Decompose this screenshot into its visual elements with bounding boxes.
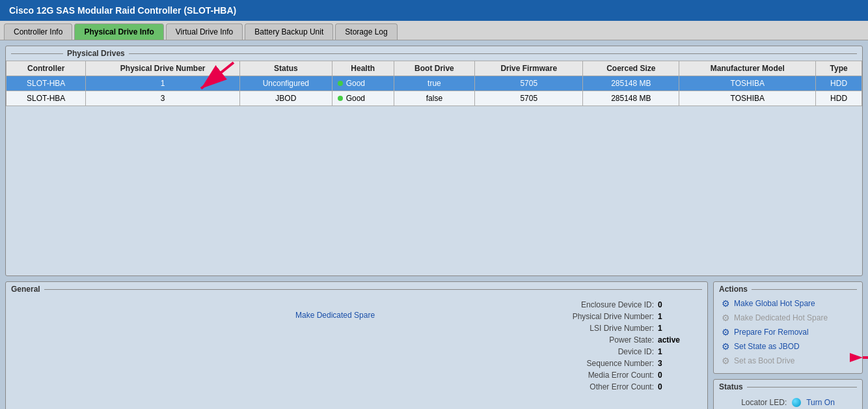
cell-type: HDD [816,76,862,91]
page-wrapper: Cisco 12G SAS Modular Raid Controller (S… [0,0,868,409]
col-manufacturer: Manufacturer Model [679,61,816,76]
turn-on-button[interactable]: Turn On [806,398,835,407]
cell-manufacturer: TOSHIBA [679,76,816,91]
tab-battery-backup-unit[interactable]: Battery Backup Unit [245,23,333,40]
col-coerced-size: Coerced Size [583,61,679,76]
make-dedicated-spare-label[interactable]: Make Dedicated Spare [295,311,375,320]
gear-icon: ⚙ [722,356,730,366]
field-row-enclosure: Enclosure Device ID: 0 [16,299,697,311]
col-boot-drive: Boot Drive [394,61,474,76]
actions-panel-title: Actions [714,282,862,296]
cell-coerced-size: 285148 MB [583,76,679,91]
cell-boot-drive: true [394,76,474,91]
physical-drives-section: Physical Drives Controller Physical Driv… [5,46,863,276]
col-firmware: Drive Firmware [475,61,583,76]
col-drive-number: Physical Drive Number [86,61,240,76]
cell-coerced-size: 285148 MB [583,91,679,106]
cell-firmware: 5705 [475,91,583,106]
title-bar: Cisco 12G SAS Modular Raid Controller (S… [0,0,868,21]
cell-health: Good [332,91,394,106]
led-dot-icon [792,398,801,407]
action-set-state-jbod[interactable]: ⚙ Set State as JBOD [714,339,862,354]
tab-controller-info[interactable]: Controller Info [4,23,72,40]
cell-drive-number: 3 [86,91,240,106]
action-make-dedicated-hot-spare: ⚙ Make Dedicated Hot Spare [714,311,862,325]
cell-status: Unconfigured [240,76,332,91]
cell-controller: SLOT-HBA [7,76,86,91]
cell-drive-number: 1 [86,76,240,91]
status-panel-title: Status [714,380,862,394]
field-row-lsi-drive: LSI Drive Number: 1 [16,322,697,334]
tab-bar: Controller Info Physical Drive Info Virt… [0,21,868,40]
action-set-boot-drive: ⚙ Set as Boot Drive [714,354,862,368]
cell-boot-drive: false [394,91,474,106]
gear-icon: ⚙ [722,298,730,309]
right-panels: Actions ⚙ Make Global Hot Spare ⚙ Make D… [713,281,863,409]
tab-virtual-drive-info[interactable]: Virtual Drive Info [166,23,243,40]
table-empty-space [6,106,862,275]
table-header-row: Controller Physical Drive Number Status … [7,61,862,76]
cell-type: HDD [816,91,862,106]
cell-health: Good [332,76,394,91]
cell-controller: SLOT-HBA [7,91,86,106]
gear-icon: ⚙ [722,341,730,352]
table-row[interactable]: SLOT-HBA 1 Unconfigured Good true 5705 2… [7,76,862,91]
tab-physical-drive-info[interactable]: Physical Drive Info [74,23,163,40]
bottom-section: General Enclosure Device ID: 0 Physical … [5,281,863,409]
page-title: Cisco 12G SAS Modular Raid Controller (S… [9,5,236,16]
field-row-power-state: Power State: active [16,334,697,346]
cell-manufacturer: TOSHIBA [679,91,816,106]
physical-drives-title: Physical Drives [6,46,862,61]
col-type: Type [816,61,862,76]
field-row-other-error: Other Error Count: 0 [16,381,697,393]
general-panel-title: General [6,282,707,296]
actions-panel: Actions ⚙ Make Global Hot Spare ⚙ Make D… [713,281,863,374]
main-content: Physical Drives Controller Physical Driv… [0,40,868,409]
col-health: Health [332,61,394,76]
field-row-device-id: Device ID: 1 [16,346,697,358]
field-row-media-error: Media Error Count: 0 [16,369,697,381]
action-prepare-for-removal[interactable]: ⚙ Prepare For Removal [714,325,862,339]
field-row-sequence-number: Sequence Number: 3 [16,358,697,369]
gear-icon: ⚙ [722,327,730,337]
drive-table: Controller Physical Drive Number Status … [6,61,862,106]
gear-icon: ⚙ [722,313,730,323]
health-dot-icon [338,81,343,86]
health-dot-icon [338,96,343,101]
action-make-global-hot-spare[interactable]: ⚙ Make Global Hot Spare [714,296,862,311]
cell-firmware: 5705 [475,76,583,91]
tab-storage-log[interactable]: Storage Log [335,23,397,40]
cell-status: JBOD [240,91,332,106]
general-panel: General Enclosure Device ID: 0 Physical … [5,281,708,409]
status-locator-led-row: Locator LED: Turn On [714,394,862,409]
col-status: Status [240,61,332,76]
table-row[interactable]: SLOT-HBA 3 JBOD Good false 5705 285148 M… [7,91,862,106]
status-panel: Status Locator LED: Turn On [713,379,863,409]
col-controller: Controller [7,61,86,76]
